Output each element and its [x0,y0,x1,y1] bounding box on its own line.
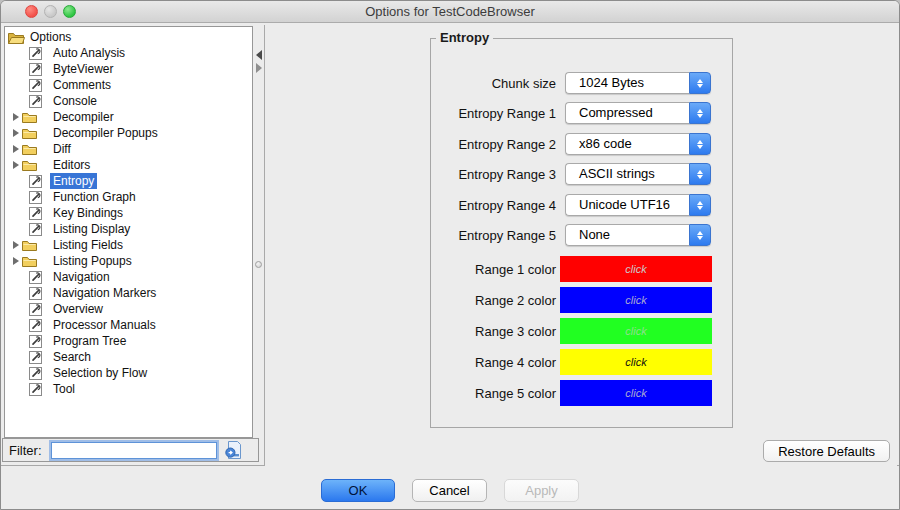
tree-item-overview[interactable]: Overview [5,301,252,317]
tree-item-label: Program Tree [50,333,129,349]
field-label: Entropy Range 4 [431,198,556,213]
field-label: Entropy Range 5 [431,228,556,243]
tool-icon [29,95,42,108]
tree-item-listing-display[interactable]: Listing Display [5,221,252,237]
tree-item-function-graph[interactable]: Function Graph [5,189,252,205]
chunk-size-combobox[interactable]: 1024 Bytes [565,72,711,94]
tree-item-byteviewer[interactable]: ByteViewer [5,61,252,77]
entropy-range-2-combobox[interactable]: x86 code [565,133,711,155]
filter-input[interactable] [51,442,217,459]
tree-item-label: Function Graph [50,189,139,205]
range-1-color-button[interactable]: click [560,256,712,282]
range-2-color-button[interactable]: click [560,287,712,313]
tree-item-processor-manuals[interactable]: Processor Manuals [5,317,252,333]
tree-item-console[interactable]: Console [5,93,252,109]
range-5-color-button[interactable]: click [560,380,712,406]
entropy-range-5-row: Entropy Range 5 None [431,224,732,246]
folder-icon [22,239,37,251]
entropy-range-5-combobox[interactable]: None [565,224,711,246]
tree-item-label: Diff [50,141,74,157]
filter-label: Filter: [9,443,42,458]
combobox-stepper-icon [689,72,711,94]
tree-item-tool[interactable]: Tool [5,381,252,397]
options-editor-panel: Entropy Chunk size 1024 Bytes Entropy Ra… [264,25,897,466]
combobox-value: Compressed [565,102,689,124]
tree-item-selection-by-flow[interactable]: Selection by Flow [5,365,252,381]
tool-icon [29,367,42,380]
entropy-range-4-row: Entropy Range 4 Unicode UTF16 [431,194,732,216]
folder-icon [22,255,37,267]
splitter-collapse-right-icon[interactable] [256,63,262,73]
tree-item-navigation-markers[interactable]: Navigation Markers [5,285,252,301]
tree-item-options[interactable]: Options [5,29,252,45]
entropy-range-3-combobox[interactable]: ASCII strings [565,163,711,185]
field-label: Entropy Range 3 [431,167,556,182]
entropy-range-4-combobox[interactable]: Unicode UTF16 [565,194,711,216]
field-label: Range 5 color [431,386,556,401]
range-4-color-button[interactable]: click [560,349,712,375]
tree-item-label: Listing Display [50,221,133,237]
tree-item-label: Decompiler [50,109,117,125]
tree-item-key-bindings[interactable]: Key Bindings [5,205,252,221]
combobox-stepper-icon [689,224,711,246]
tree-item-label: Selection by Flow [50,365,150,381]
tool-icon [29,335,42,348]
range-4-color-row: Range 4 color click [431,349,732,375]
tree-item-navigation[interactable]: Navigation [5,269,252,285]
expand-arrow-icon[interactable] [9,113,22,121]
range-3-color-button[interactable]: click [560,318,712,344]
tree-item-decompiler[interactable]: Decompiler [5,109,252,125]
open-folder-icon [8,31,25,44]
options-dialog: Options for TestCodeBrowser Options Auto… [0,0,900,510]
filter-bar: Filter: [2,438,259,462]
ok-button[interactable]: OK [321,479,395,502]
tree-item-label: Console [50,93,100,109]
apply-button[interactable]: Apply [504,479,579,502]
tree-item-label: Key Bindings [50,205,126,221]
tool-icon [29,319,42,332]
tree-item-label: Navigation Markers [50,285,159,301]
tree-item-listing-popups[interactable]: Listing Popups [5,253,252,269]
entropy-range-1-combobox[interactable]: Compressed [565,102,711,124]
options-tree: Options Auto Analysis ByteViewer Comment… [4,26,253,438]
tree-item-label: Auto Analysis [50,45,128,61]
tree-item-auto-analysis[interactable]: Auto Analysis [5,45,252,61]
folder-icon [22,143,37,155]
restore-defaults-button[interactable]: Restore Defaults [763,440,890,462]
expand-arrow-icon[interactable] [9,241,22,249]
expand-arrow-icon[interactable] [9,161,22,169]
tree-item-label: Listing Popups [50,253,135,269]
tree-item-listing-fields[interactable]: Listing Fields [5,237,252,253]
tool-icon [29,79,42,92]
expand-arrow-icon[interactable] [9,145,22,153]
tree-item-editors[interactable]: Editors [5,157,252,173]
range-2-color-row: Range 2 color click [431,287,732,313]
entropy-range-1-row: Entropy Range 1 Compressed [431,102,732,124]
tree-item-search[interactable]: Search [5,349,252,365]
tree-item-entropy-selected[interactable]: Entropy [5,173,252,189]
combobox-stepper-icon [689,102,711,124]
tool-icon [29,207,42,220]
tree-item-comments[interactable]: Comments [5,77,252,93]
dialog-content: Options Auto Analysis ByteViewer Comment… [1,23,899,466]
tree-item-program-tree[interactable]: Program Tree [5,333,252,349]
expand-arrow-icon[interactable] [9,257,22,265]
expand-arrow-icon[interactable] [9,129,22,137]
splitter-collapse-left-icon[interactable] [256,50,262,60]
tree-item-label: Decompiler Popups [50,125,161,141]
tree-item-label: ByteViewer [50,61,116,77]
splitter-handle[interactable] [255,261,262,268]
tool-icon [29,175,42,188]
range-1-color-row: Range 1 color click [431,256,732,282]
tool-icon [29,191,42,204]
tree-item-decompiler-popups[interactable]: Decompiler Popups [5,125,252,141]
filter-options-button[interactable] [223,440,243,460]
cancel-button[interactable]: Cancel [412,479,487,502]
field-label: Entropy Range 2 [431,137,556,152]
tree-item-label: Listing Fields [50,237,126,253]
combobox-stepper-icon [689,194,711,216]
tool-icon [29,63,42,76]
entropy-range-3-row: Entropy Range 3 ASCII strings [431,163,732,185]
tree-item-diff[interactable]: Diff [5,141,252,157]
entropy-range-2-row: Entropy Range 2 x86 code [431,133,732,155]
